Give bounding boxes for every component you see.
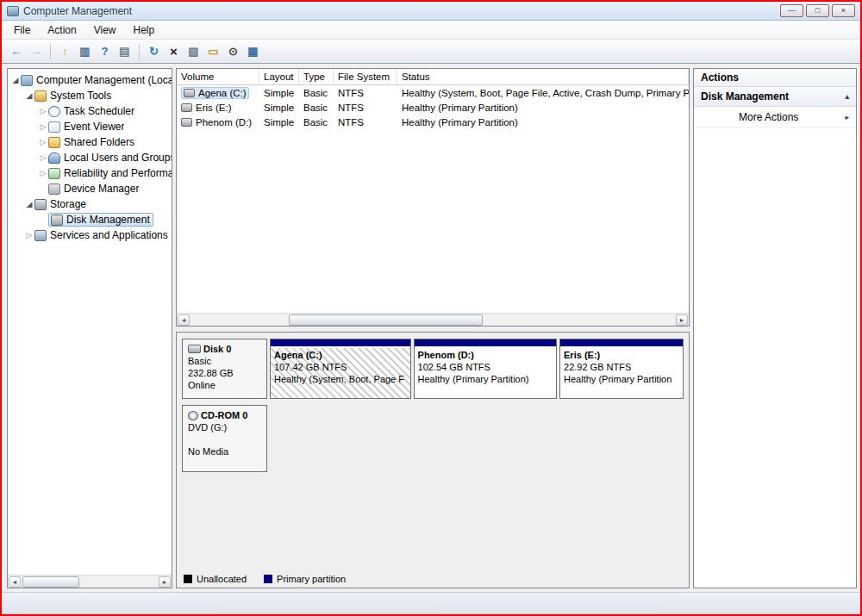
selected-volume[interactable]: Agena (C:)	[181, 87, 249, 99]
up-level-icon[interactable]: ↑	[56, 42, 74, 60]
scrollbar-thumb[interactable]	[289, 314, 483, 326]
cdrom0-label[interactable]: CD-ROM 0 DVD (G:) No Media	[182, 405, 267, 472]
table-row[interactable]: Phenom (D:) Simple Basic NTFS Healthy (P…	[177, 115, 689, 129]
cd-rom-icon	[188, 411, 198, 420]
tree-item-device-manager[interactable]: Device Manager	[8, 181, 172, 196]
partition-size: 102.54 GB NTFS	[418, 361, 553, 373]
window-title: Computer Management	[23, 5, 778, 17]
volume-status: Healthy (System, Boot, Page File, Active…	[397, 88, 689, 98]
volume-horizontal-scrollbar[interactable]: ◂ ▸	[177, 313, 689, 326]
export-list-icon[interactable]: ▤	[116, 42, 134, 60]
partition-size: 22.92 GB NTFS	[564, 361, 679, 373]
close-button[interactable]: ×	[832, 4, 855, 17]
column-header-layout[interactable]: Layout	[259, 69, 299, 84]
forward-icon[interactable]: →	[27, 42, 45, 60]
toolbar-separator	[139, 44, 140, 59]
disk-name: Disk 0	[203, 344, 231, 354]
disk-view-icon[interactable]: ▦	[244, 42, 262, 60]
center-column: Volume Layout Type File System Status Ag…	[176, 68, 690, 588]
column-header-file-system[interactable]: File System	[334, 69, 397, 84]
tree-item-label: Device Manager	[64, 183, 139, 195]
column-header-status[interactable]: Status	[397, 69, 689, 84]
tree-item-system-tools[interactable]: ◢ System Tools	[8, 88, 172, 103]
tree-item-label: Storage	[50, 198, 86, 210]
column-header-type[interactable]: Type	[299, 69, 334, 84]
tree-item-services-applications[interactable]: ▷ Services and Applications	[8, 227, 172, 243]
tree-item-shared-folders[interactable]: ▷ Shared Folders	[8, 134, 172, 150]
refresh-icon[interactable]: ↻	[145, 42, 163, 60]
delete-icon[interactable]: ×	[165, 42, 183, 60]
chevron-up-icon[interactable]: ▴	[845, 92, 849, 101]
expander-icon[interactable]: ◢	[10, 76, 21, 84]
scroll-right-icon[interactable]: ▸	[676, 314, 688, 326]
expander-icon[interactable]: ◢	[24, 91, 34, 100]
scroll-left-icon[interactable]: ◂	[178, 314, 190, 326]
partition-eris-e[interactable]: Eris (E:) 22.92 GB NTFS Healthy (Primary…	[559, 339, 684, 399]
title-bar[interactable]: Computer Management — □ ×	[2, 2, 860, 21]
expander-icon[interactable]: ▷	[38, 107, 48, 115]
actions-section-label: Disk Management	[701, 90, 789, 103]
table-row[interactable]: Agena (C:) Simple Basic NTFS Healthy (Sy…	[177, 85, 689, 100]
tree-item-disk-management[interactable]: Disk Management	[8, 212, 172, 227]
disk0-label[interactable]: Disk 0 Basic 232.88 GB Online	[182, 339, 267, 399]
more-actions-item[interactable]: More Actions ▸	[694, 107, 856, 128]
tree-item-task-scheduler[interactable]: ▷ Task Scheduler	[8, 103, 172, 119]
expander-icon[interactable]: ▷	[38, 138, 48, 146]
volume-name: Eris (E:)	[196, 103, 232, 113]
tree-item-label: Reliability and Performa	[64, 167, 172, 179]
tree-item-computer-management[interactable]: ◢ Computer Management (Local	[8, 72, 172, 88]
back-icon[interactable]: ←	[7, 42, 25, 60]
app-icon	[7, 6, 19, 16]
volume-layout: Simple	[259, 88, 299, 98]
partition-type-band	[415, 339, 556, 346]
menu-file[interactable]: File	[5, 22, 39, 39]
table-row[interactable]: Eris (E:) Simple Basic NTFS Healthy (Pri…	[177, 100, 689, 115]
tree-item-event-viewer[interactable]: ▷ Event Viewer	[8, 119, 172, 134]
partitions: Agena (C:) 107.42 GB NTFS Healthy (Syste…	[270, 339, 684, 399]
tree-item-reliability-performance[interactable]: ▷ Reliability and Performa	[8, 165, 172, 181]
expander-icon[interactable]: ▷	[38, 169, 48, 177]
expander-icon[interactable]: ▷	[38, 153, 48, 162]
menu-action[interactable]: Action	[39, 22, 84, 39]
actions-section-disk-management[interactable]: Disk Management ▴	[694, 87, 856, 107]
find-icon[interactable]: ⊙	[224, 42, 242, 60]
chevron-right-icon[interactable]: ▸	[845, 113, 849, 121]
volume-name: Agena (C:)	[198, 88, 247, 98]
expander-icon[interactable]: ▷	[24, 231, 34, 240]
tree-item-storage[interactable]: ◢ Storage	[8, 196, 172, 212]
tree-item-local-users-groups[interactable]: ▷ Local Users and Groups	[8, 150, 172, 165]
tree-item-label: Event Viewer	[64, 121, 124, 133]
tree-item-label: Services and Applications	[50, 229, 168, 241]
minimize-button[interactable]: —	[780, 4, 803, 17]
performance-icon	[48, 168, 60, 179]
expander-icon[interactable]: ◢	[24, 200, 34, 208]
properties-icon[interactable]: ▧	[184, 42, 203, 60]
menu-view[interactable]: View	[85, 22, 125, 39]
legend-label: Unallocated	[197, 574, 247, 584]
partition-phenom-d[interactable]: Phenom (D:) 102.54 GB NTFS Healthy (Prim…	[414, 339, 557, 399]
scrollbar-thumb[interactable]	[22, 576, 79, 588]
volume-type: Basic	[299, 103, 334, 113]
tree-item-label: Disk Management	[66, 214, 150, 226]
tree-horizontal-scrollbar[interactable]: ◂ ▸	[8, 575, 172, 588]
column-header-volume[interactable]: Volume	[177, 69, 259, 84]
maximize-button[interactable]: □	[806, 4, 829, 17]
partition-name: Eris (E:)	[564, 349, 679, 361]
main-area: ◢ Computer Management (Local ◢ System To…	[2, 64, 860, 592]
show-console-tree-icon[interactable]: ▥	[76, 42, 94, 60]
open-icon[interactable]: ▭	[204, 42, 222, 60]
selected-tree-item[interactable]: Disk Management	[48, 213, 153, 227]
partition-agena-c[interactable]: Agena (C:) 107.42 GB NTFS Healthy (Syste…	[270, 339, 411, 399]
task-scheduler-icon	[48, 106, 60, 117]
disk-size: 232.88 GB	[188, 367, 261, 379]
help-icon[interactable]: ?	[96, 42, 114, 60]
toolbar-separator	[50, 44, 51, 59]
menu-help[interactable]: Help	[125, 22, 164, 39]
disk-status: No Media	[188, 445, 261, 457]
scroll-left-icon[interactable]: ◂	[9, 576, 21, 588]
expander-icon[interactable]: ▷	[38, 122, 48, 131]
disk-icon	[188, 345, 201, 353]
partition-size: 107.42 GB NTFS	[274, 361, 407, 373]
users-icon	[48, 152, 60, 164]
scroll-right-icon[interactable]: ▸	[159, 576, 171, 588]
